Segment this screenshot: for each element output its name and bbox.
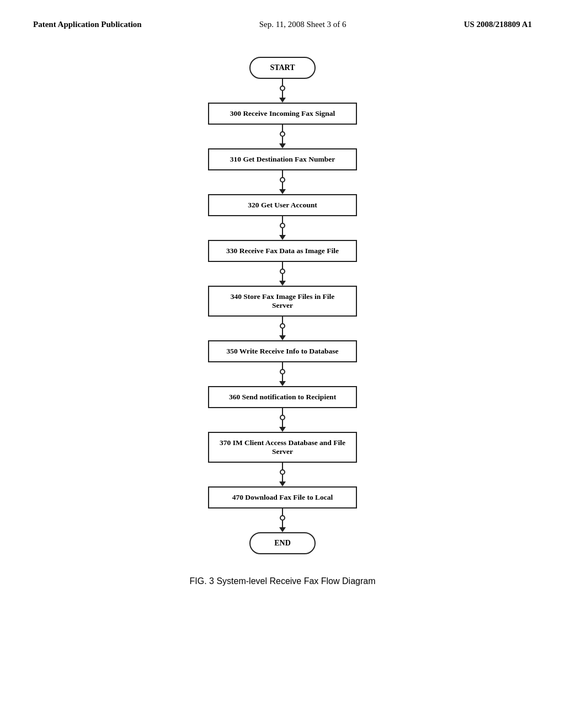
connector-8 [279, 463, 286, 486]
connector-1 [279, 125, 286, 148]
header-left: Patent Application Publication [33, 20, 142, 29]
start-node: START [249, 57, 316, 79]
connector-0 [279, 79, 286, 103]
step-340: 340 Store Fax Image Files in File Server [208, 286, 357, 317]
connector-4 [279, 262, 286, 286]
connector-2 [279, 170, 286, 194]
connector-6 [279, 362, 286, 386]
step-370: 370 IM Client Access Database and File S… [208, 432, 357, 463]
header-right: US 2008/218809 A1 [464, 20, 532, 29]
step-330: 330 Receive Fax Data as Image File [208, 240, 357, 262]
figure-caption: FIG. 3 System-level Receive Fax Flow Dia… [0, 576, 565, 586]
step-300: 300 Receive Incoming Fax Signal [208, 103, 357, 125]
connector-5 [279, 317, 286, 340]
connector-3 [279, 216, 286, 240]
connector-7 [279, 408, 286, 432]
header-center: Sep. 11, 2008 Sheet 3 of 6 [259, 20, 347, 29]
step-320: 320 Get User Account [208, 194, 357, 216]
connector-9 [279, 508, 286, 532]
page-header: Patent Application Publication Sep. 11, … [0, 0, 565, 29]
end-node: END [249, 532, 316, 554]
step-310: 310 Get Destination Fax Number [208, 148, 357, 170]
step-470: 470 Download Fax File to Local [208, 486, 357, 508]
flowchart: START 300 Receive Incoming Fax Signal 31… [0, 57, 565, 554]
step-350: 350 Write Receive Info to Database [208, 340, 357, 362]
step-360: 360 Send notification to Recipient [208, 386, 357, 408]
